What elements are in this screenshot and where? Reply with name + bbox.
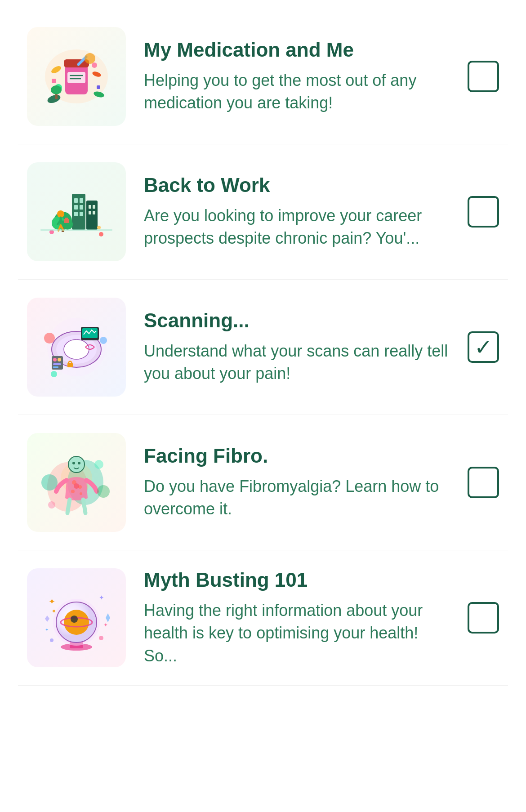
svg-point-55 bbox=[58, 358, 61, 361]
svg-text:✦: ✦ bbox=[45, 627, 49, 632]
svg-point-72 bbox=[78, 462, 80, 464]
svg-point-75 bbox=[94, 460, 103, 469]
svg-point-13 bbox=[85, 53, 95, 64]
svg-rect-27 bbox=[89, 205, 91, 209]
svg-rect-3 bbox=[67, 72, 85, 83]
svg-text:✦: ✦ bbox=[103, 622, 108, 628]
list-item-scanning: Scanning... Understand what your scans c… bbox=[18, 280, 508, 415]
svg-point-92 bbox=[99, 636, 103, 640]
svg-rect-14 bbox=[52, 79, 56, 83]
svg-rect-21 bbox=[80, 198, 83, 203]
svg-point-73 bbox=[41, 474, 58, 491]
svg-point-70 bbox=[74, 483, 79, 489]
svg-rect-42 bbox=[65, 218, 68, 219]
svg-point-59 bbox=[44, 333, 55, 344]
svg-rect-19 bbox=[72, 194, 85, 230]
item-title-facing-fibro: Facing Fibro. bbox=[144, 444, 450, 468]
svg-rect-30 bbox=[93, 211, 95, 214]
svg-rect-56 bbox=[53, 363, 61, 365]
item-description-facing-fibro: Do you have Fibromyalgia? Learn how to o… bbox=[144, 475, 450, 521]
list-item-medication: My Medication and Me Helping you to get … bbox=[18, 9, 508, 144]
item-title-myth-busting: Myth Busting 101 bbox=[144, 568, 450, 592]
svg-point-44 bbox=[97, 226, 101, 229]
item-checkbox-myth-busting[interactable]: ✓ bbox=[468, 602, 499, 634]
svg-point-45 bbox=[99, 232, 103, 236]
svg-rect-22 bbox=[74, 205, 78, 210]
item-checkbox-back-to-work[interactable]: ✓ bbox=[468, 196, 499, 228]
svg-rect-20 bbox=[74, 198, 78, 203]
item-content-scanning: Scanning... Understand what your scans c… bbox=[144, 309, 450, 385]
item-description-myth-busting: Having the right information about your … bbox=[144, 599, 450, 667]
list-item-back-to-work: Back to Work Are you looking to improve … bbox=[18, 144, 508, 280]
svg-point-54 bbox=[53, 358, 57, 361]
svg-rect-46 bbox=[40, 229, 112, 231]
item-title-back-to-work: Back to Work bbox=[144, 174, 450, 197]
item-checkbox-scanning[interactable]: ✓ bbox=[468, 331, 499, 363]
item-content-medication: My Medication and Me Helping you to get … bbox=[144, 38, 450, 115]
svg-point-9 bbox=[92, 62, 97, 68]
checkmark-scanning: ✓ bbox=[474, 335, 492, 360]
item-image-scanning bbox=[27, 298, 126, 397]
item-description-back-to-work: Are you looking to improve your career p… bbox=[144, 205, 450, 250]
item-image-medication bbox=[27, 27, 126, 126]
svg-rect-28 bbox=[93, 205, 95, 209]
svg-rect-58 bbox=[67, 363, 73, 367]
svg-point-84 bbox=[64, 610, 89, 635]
svg-point-68 bbox=[71, 490, 75, 493]
item-image-facing-fibro bbox=[27, 433, 126, 532]
item-description-medication: Helping you to get the most out of any m… bbox=[144, 69, 450, 115]
svg-rect-24 bbox=[74, 212, 78, 216]
item-image-myth-busting: ✦ ✦ ✦ ✦ bbox=[27, 568, 126, 667]
svg-point-60 bbox=[100, 337, 107, 344]
svg-rect-41 bbox=[64, 219, 69, 223]
svg-point-93 bbox=[53, 610, 55, 612]
svg-point-17 bbox=[51, 85, 62, 94]
item-title-scanning: Scanning... bbox=[144, 309, 450, 333]
svg-point-86 bbox=[71, 616, 78, 623]
svg-point-50 bbox=[64, 339, 89, 359]
svg-point-91 bbox=[50, 638, 53, 642]
svg-rect-26 bbox=[86, 201, 98, 230]
svg-rect-15 bbox=[97, 85, 100, 89]
svg-point-71 bbox=[72, 462, 75, 464]
svg-rect-29 bbox=[89, 211, 91, 214]
item-content-facing-fibro: Facing Fibro. Do you have Fibromyalgia? … bbox=[144, 444, 450, 521]
list-item-facing-fibro: Facing Fibro. Do you have Fibromyalgia? … bbox=[18, 415, 508, 550]
svg-point-74 bbox=[97, 485, 110, 498]
item-checkbox-facing-fibro[interactable]: ✓ bbox=[468, 467, 499, 498]
svg-point-76 bbox=[48, 501, 55, 509]
list-item-myth-busting: ✦ ✦ ✦ ✦ Myth Busting 101 Having the righ… bbox=[18, 550, 508, 686]
item-checkbox-medication[interactable]: ✓ bbox=[468, 61, 499, 92]
svg-rect-57 bbox=[53, 366, 58, 368]
item-description-scanning: Understand what your scans can really te… bbox=[144, 340, 450, 385]
svg-point-65 bbox=[68, 456, 85, 473]
item-content-myth-busting: Myth Busting 101 Having the right inform… bbox=[144, 568, 450, 667]
item-title-medication: My Medication and Me bbox=[144, 38, 450, 62]
svg-rect-25 bbox=[80, 212, 83, 216]
course-list: My Medication and Me Helping you to get … bbox=[0, 0, 526, 695]
svg-text:✦: ✦ bbox=[49, 597, 55, 606]
svg-text:✦: ✦ bbox=[99, 594, 104, 601]
svg-point-61 bbox=[51, 371, 57, 377]
item-content-back-to-work: Back to Work Are you looking to improve … bbox=[144, 174, 450, 250]
item-image-back-to-work bbox=[27, 162, 126, 261]
svg-rect-23 bbox=[80, 205, 83, 210]
svg-point-69 bbox=[80, 492, 82, 495]
